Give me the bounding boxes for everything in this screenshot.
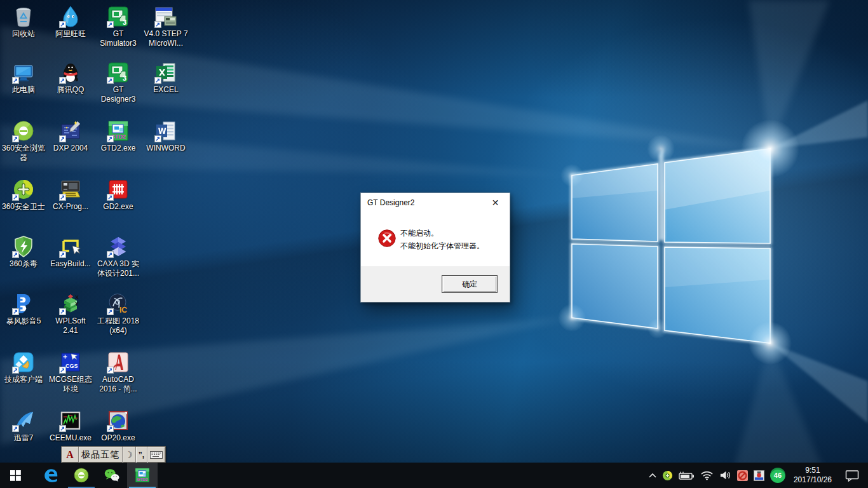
desktop-icon-cx-programmer[interactable]: CX-Prog... [44,178,97,212]
action-center-button[interactable] [840,470,864,482]
desktop-icon-label: GTSimulator3 [92,29,145,48]
shortcut-arrow-icon [154,21,161,28]
desktop-icon-label: 阿里旺旺 [44,29,97,39]
desktop-icon-label: 回收站 [0,29,50,39]
shortcut-arrow-icon [12,135,19,142]
ime-punctuation-toggle-icon[interactable]: ”, [135,447,147,463]
tray-battery-icon[interactable] [679,471,695,480]
desktop-icon-label: WPLSoft2.41 [44,316,97,336]
desktop-icon-step7-microwin[interactable]: V4.0 STEP 7MicroWI... [139,5,193,48]
dialog-close-button[interactable]: ✕ [481,193,510,212]
desktop-icon-gt-designer3[interactable]: 3GTDesigner3 [92,61,145,104]
clock-date: 2017/10/26 [794,475,832,485]
ok-button[interactable]: 确定 [442,275,498,293]
storm-player-icon [12,292,35,315]
desktop-icon-label: EXCEL [139,85,193,95]
taskbar-app-360-safe-browser[interactable]: > [66,463,97,488]
desktop-icon-xunlei7[interactable]: 迅雷7 [0,409,50,443]
dialog-title: GT Designer2 [367,193,414,212]
360-speedball[interactable]: 46 [770,468,785,483]
tencent-qq-icon [59,61,82,84]
error-dialog: GT Designer2 ✕ 不能启动。 不能初始化字体管理器。 确定 [360,193,510,302]
shortcut-arrow-icon [59,77,66,84]
tray-chevron-up-icon[interactable] [649,473,656,478]
tray-ime-indicator-icon[interactable] [754,470,764,481]
dialog-titlebar[interactable]: GT Designer2 ✕ [361,193,510,212]
desktop-icon-label: DXP 2004 [44,144,97,153]
shortcut-arrow-icon [12,77,19,84]
shortcut-arrow-icon [59,21,66,28]
svg-text:3: 3 [123,18,126,26]
xunlei7-icon [12,409,35,432]
desktop-icon-aliwangwang[interactable]: 阿里旺旺 [44,5,97,39]
desktop-icon-jicheng-client[interactable]: 技成客户端 [0,351,50,384]
desktop-icon-label: AutoCAD2016 - 简... [92,375,145,394]
start-button[interactable] [0,463,31,488]
dialog-body: 不能启动。 不能初始化字体管理器。 [361,212,510,266]
desktop-icon-gt-simulator3[interactable]: 3GTSimulator3 [92,5,145,48]
desktop-icon-label: 暴风影音5 [0,316,50,326]
taskbar-clock[interactable]: 9:51 2017/10/26 [791,466,834,485]
easybuilder-icon [59,235,82,258]
ime-soft-keyboard-icon[interactable] [147,447,165,463]
svg-text:CGS: CGS [65,363,78,369]
tray-volume-icon[interactable] [719,470,731,480]
windows-start-icon [10,470,21,481]
ime-fullwidth-toggle-icon[interactable]: ☽ [122,447,135,463]
op20-exe-icon [107,409,130,432]
taskbar-apps: >>GTD2 [36,463,158,488]
desktop-icon-360-browser[interactable]: 360安全浏览器 [0,119,50,163]
desktop-icon-label: V4.0 STEP 7MicroWI... [139,29,193,48]
taskbar-app-gtd2[interactable]: >GTD2 [127,463,158,488]
windows-desktop: { "desktop": { "icons": [ {"id":"recycle… [0,0,868,488]
desktop-icon-easybuilder[interactable]: EasyBuild... [44,235,97,269]
ime-mode-button[interactable]: A [62,447,78,463]
desktop-icon-recycle-bin[interactable]: 回收站 [0,5,50,39]
shortcut-arrow-icon [154,77,161,84]
desktop-icon-tencent-qq[interactable]: 腾讯QQ [44,61,97,95]
desktop-icon-360-guard[interactable]: 360安全卫士 [0,178,50,212]
desktop-icon-op20-exe[interactable]: OP20.exe [92,409,145,443]
shortcut-arrow-icon [107,251,114,258]
desktop-icon-storm-player[interactable]: 暴风影音5 [0,292,50,326]
desktop-icon-dxp-2004[interactable]: DXP 2004 [44,119,97,153]
dxp-2004-icon [59,119,82,142]
tray-blocked-icon[interactable] [737,470,748,481]
desktop-icon-label: CAXA 3D 实体设计201... [92,259,145,278]
svg-text:Y: Y [75,301,79,307]
desktop-icon-autocad-2016[interactable]: AutoCAD2016 - 简... [92,351,145,394]
svg-text:3: 3 [123,74,126,82]
desktop-icon-label: MCGSE组态环境 [44,375,97,394]
taskbar: >>GTD2 46 9:51 2017/10/26 [0,463,868,488]
desktop-icon-mcgse[interactable]: CGSMCGSE组态环境 [44,351,97,394]
desktop-icon-gd2-exe[interactable]: GD2.exe [92,178,145,212]
desktop-icon-eng-drawing-2018[interactable]: IC工程图 2018(x64) [92,292,145,336]
wplsoft-icon: XY [59,292,82,315]
ime-name-label[interactable]: 极品五笔 [78,447,122,463]
taskbar-app-edge-browser[interactable] [36,463,66,488]
desktop-icon-360-antivirus[interactable]: 360杀毒 [0,235,50,269]
ceemu-exe-icon [59,409,82,432]
dialog-message: 不能启动。 不能初始化字体管理器。 [400,227,484,252]
tray-wifi-icon[interactable] [700,470,714,480]
ime-toolbar[interactable]: A 极品五笔 ☽ ”, [61,446,166,463]
360-guard-icon [12,178,35,201]
shortcut-arrow-icon [107,425,114,432]
desktop-icon-winword[interactable]: WINWORD [139,119,193,153]
desktop-icon-label: 迅雷7 [0,433,50,443]
desktop-icon-excel[interactable]: EXCEL [139,61,193,95]
desktop-icon-caxa-3d[interactable]: CAXA 3D 实体设计201... [92,235,145,278]
desktop-icon-ceemu-exe[interactable]: CEEMU.exe [44,409,97,443]
shortcut-arrow-icon [107,308,114,315]
desktop-icon-this-pc[interactable]: 此电脑 [0,61,50,95]
gd2-exe-icon [107,178,130,201]
tray-360-guard-icon[interactable] [662,470,673,481]
winword-icon [154,119,177,142]
dialog-message-line1: 不能启动。 [400,227,484,240]
mcgse-icon: CGS [59,351,82,374]
excel-icon [154,61,177,84]
desktop-icon-wplsoft[interactable]: XYWPLSoft2.41 [44,292,97,336]
desktop-icon-gtd2-exe[interactable]: GTD2GTD2.exe [92,119,145,153]
caxa-3d-icon [107,235,130,258]
taskbar-app-wechat[interactable] [97,463,127,488]
